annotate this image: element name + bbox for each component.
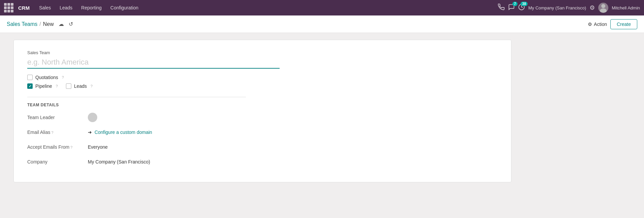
team-details-title: TEAM DETAILS [27,103,498,107]
chat-icon[interactable]: 7 [508,4,515,12]
configure-domain-link[interactable]: Configure a custom domain [95,130,152,135]
quotations-checkbox-item: Quotations ? [27,75,498,80]
activity-icon[interactable]: 38 [518,4,525,12]
pipeline-help: ? [56,84,58,88]
team-leader-label: Team Leader [27,115,88,120]
svg-point-1 [601,4,605,8]
leads-label: Leads [74,83,87,89]
app-name: CRM [18,5,30,11]
top-menu: Sales Leads Reporting Configuration [35,3,142,12]
svg-point-2 [600,8,607,13]
menu-configuration[interactable]: Configuration [106,3,142,12]
breadcrumb: Sales Teams / New ☁ ↺ [7,21,73,27]
email-alias-help: ? [51,131,53,135]
menu-leads[interactable]: Leads [56,3,76,12]
arrow-icon: ➜ [88,130,92,135]
main-content: Sales Team Quotations ? Pipeline ? Leads… [0,33,644,189]
quotations-label: Quotations [35,75,58,80]
gear-icon: ⚙ [588,22,592,27]
accept-emails-row: Accept Emails From? Everyone [27,142,498,152]
activity-badge: 38 [521,2,528,6]
company-label: Company [27,159,88,165]
leads-checkbox[interactable] [66,83,71,89]
pipeline-label: Pipeline [35,83,52,89]
sales-team-field-label: Sales Team [27,50,498,55]
breadcrumb-current: New [43,21,54,27]
action-button[interactable]: ⚙ Action [588,22,607,27]
breadcrumb-separator: / [39,21,41,27]
email-alias-value: ➜ Configure a custom domain [88,130,152,135]
checkboxes-section: Quotations ? Pipeline ? Leads ? [27,75,498,89]
quotations-help: ? [62,75,64,79]
team-leader-row: Team Leader [27,113,498,122]
create-button[interactable]: Create [610,19,637,29]
topnav-right-section: 7 38 My Company (San Francisco) ⚙ Mitche… [498,3,640,13]
save-manually-icon[interactable]: ☁ [59,21,64,27]
top-navigation: CRM Sales Leads Reporting Configuration … [0,0,644,15]
discard-icon[interactable]: ↺ [69,21,73,27]
breadcrumb-parent[interactable]: Sales Teams [7,21,37,27]
menu-sales[interactable]: Sales [35,3,55,12]
pipeline-checkbox-item: Pipeline ? Leads ? [27,83,498,89]
company-name: My Company (San Francisco) [528,5,586,10]
pipeline-checkbox[interactable] [27,83,33,89]
email-alias-label: Email Alias? [27,130,88,135]
form-card: Sales Team Quotations ? Pipeline ? Leads… [13,40,511,182]
leads-help: ? [91,84,93,88]
chat-badge: 7 [512,2,518,6]
app-grid-icon[interactable] [4,3,13,12]
username: Mitchell Admin [612,5,640,10]
company-row: Company My Company (San Francisco) [27,157,498,167]
avatar[interactable] [598,3,608,13]
accept-emails-help: ? [70,145,72,149]
sales-team-input[interactable] [27,57,280,69]
company-value: My Company (San Francisco) [88,159,150,165]
section-divider [27,97,246,97]
action-label: Action [594,22,607,27]
accept-emails-value: Everyone [88,144,108,150]
breadcrumb-bar: Sales Teams / New ☁ ↺ ⚙ Action Create [0,15,644,33]
settings-icon[interactable]: ⚙ [589,4,595,11]
email-alias-row: Email Alias? ➜ Configure a custom domain [27,128,498,137]
menu-reporting[interactable]: Reporting [77,3,106,12]
breadcrumb-actions: ⚙ Action Create [588,19,637,29]
team-leader-avatar[interactable] [88,113,97,122]
quotations-checkbox[interactable] [27,75,33,80]
phone-icon[interactable] [498,4,505,12]
accept-emails-label: Accept Emails From? [27,144,88,150]
